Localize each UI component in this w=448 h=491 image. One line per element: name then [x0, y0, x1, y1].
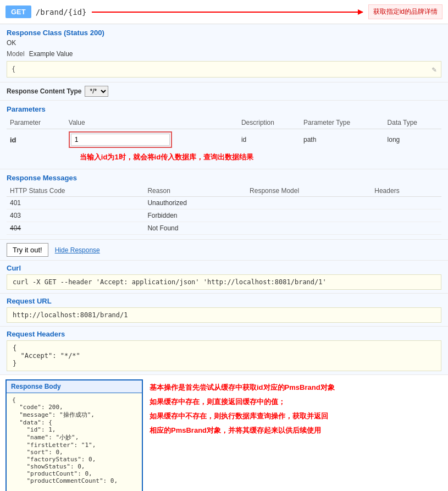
top-bar: GET /brand/{id} 获取指定id的品牌详情 [0, 0, 448, 24]
request-url-title: Request URL [7, 297, 441, 305]
resp-col-reason: Reason [144, 185, 246, 197]
param-type-cell: path [300, 129, 384, 151]
request-headers-section: Request Headers { "Accept": "*/*" } [0, 327, 448, 375]
value-input-wrapper [69, 131, 172, 148]
resp-reason-401: Unauthorized [144, 197, 246, 209]
content-type-label: Response Content Type [7, 87, 81, 95]
response-class-title: Response Class (Status 200) [7, 29, 441, 37]
resp-code-401: 401 [7, 197, 144, 209]
request-headers-content: { "Accept": "*/*" } [7, 340, 441, 371]
response-body-title: Response Body [7, 380, 142, 393]
curl-section: Curl curl -X GET --header 'Accept: appli… [0, 261, 448, 294]
resp-code-403: 403 [7, 209, 144, 222]
resp-col-headers: Headers [371, 185, 441, 197]
resp-headers-404 [371, 222, 441, 235]
response-messages-section: Response Messages HTTP Status Code Reaso… [0, 169, 448, 240]
method-badge: GET [5, 5, 31, 18]
param-datatype-cell: long [384, 129, 441, 151]
code-snippet: { [12, 65, 15, 73]
try-it-row: Try it out! Hide Response [0, 240, 448, 261]
response-body-content: { "code": 200, "message": "操作成功", "data"… [7, 393, 142, 491]
endpoint-path: /brand/{id} [36, 8, 87, 16]
table-row: 404 Not Found [7, 222, 441, 235]
table-row: 401 Unauthorized [7, 197, 441, 209]
param-col-parametertype: Parameter Type [300, 117, 384, 129]
resp-model-401 [246, 197, 371, 209]
endpoint-description: 获取指定id的品牌详情 [368, 4, 443, 19]
param-value-cell [65, 129, 238, 151]
param-col-datatype: Data Type [384, 117, 441, 129]
annotation-line4: 相应的PmsBrand对象，并将其缓存起来以供后续使用 [150, 422, 335, 437]
resp-model-403 [246, 209, 371, 222]
model-label: Model [7, 50, 25, 58]
parameters-title: Parameters [7, 101, 441, 113]
parameters-section: Parameters Parameter Value Description P… [0, 101, 448, 169]
param-col-description: Description [238, 117, 300, 129]
model-row: Model Example Value [7, 50, 441, 58]
annotation-line1: 基本操作是首先尝试从缓存中获取id对应的PmsBrand对象 [150, 379, 335, 394]
arrow-line [92, 12, 362, 13]
table-row: id id path long [7, 129, 441, 151]
parameters-table: Parameter Value Description Parameter Ty… [7, 117, 441, 164]
try-it-button[interactable]: Try it out! [7, 243, 48, 257]
param-desc-cell: id [238, 129, 300, 151]
resp-reason-404: Not Found [144, 222, 246, 235]
resp-code-404: 404 [7, 222, 144, 235]
param-value-input[interactable] [71, 134, 170, 146]
bottom-area: Response Body { "code": 200, "message": … [0, 375, 448, 491]
request-headers-title: Request Headers [7, 330, 441, 338]
response-class-section: Response Class (Status 200) OK Model Exa… [0, 24, 448, 82]
response-messages-table: HTTP Status Code Reason Response Model H… [7, 185, 441, 235]
hide-response-link[interactable]: Hide Response [55, 246, 100, 254]
resp-col-http: HTTP Status Code [7, 185, 144, 197]
resp-headers-401 [371, 197, 441, 209]
param-id: id [7, 129, 65, 151]
resp-reason-403: Forbidden [144, 209, 246, 222]
param-col-value: Value [65, 117, 238, 129]
response-messages-title: Response Messages [7, 169, 441, 182]
response-code-box: { ✎ [7, 61, 441, 78]
annotation-line3: 如果缓存中不存在，则执行数据库查询操作，获取并返回 [150, 408, 335, 422]
request-url-value: http://localhost:8081/brand/1 [7, 307, 441, 323]
response-body-box: Response Body { "code": 200, "message": … [5, 379, 143, 491]
request-url-section: Request URL http://localhost:8081/brand/… [0, 294, 448, 327]
curl-title: Curl [7, 264, 441, 272]
response-status-ok: OK [7, 39, 441, 47]
edit-icon[interactable]: ✎ [432, 65, 436, 74]
param-col-parameter: Parameter [7, 117, 65, 129]
resp-headers-403 [371, 209, 441, 222]
curl-command: curl -X GET --header 'Accept: applicatio… [7, 274, 441, 290]
resp-col-model: Response Model [246, 185, 371, 197]
annotation-row: 当输入id为1时，就会将id传入数据库，查询出数据结果 [7, 150, 441, 164]
params-annotation: 当输入id为1时，就会将id传入数据库，查询出数据结果 [69, 153, 253, 161]
resp-model-404 [246, 222, 371, 235]
response-annotation: 基本操作是首先尝试从缓存中获取id对应的PmsBrand对象 如果缓存中存在，则… [150, 379, 335, 491]
example-value-tab[interactable]: Example Value [29, 50, 73, 58]
annotation-line2: 如果缓存中存在，则直接返回缓存中的值； [150, 394, 335, 408]
table-row: 403 Forbidden [7, 209, 441, 222]
content-type-row: Response Content Type */* [0, 82, 448, 101]
content-type-select[interactable]: */* [85, 86, 108, 97]
